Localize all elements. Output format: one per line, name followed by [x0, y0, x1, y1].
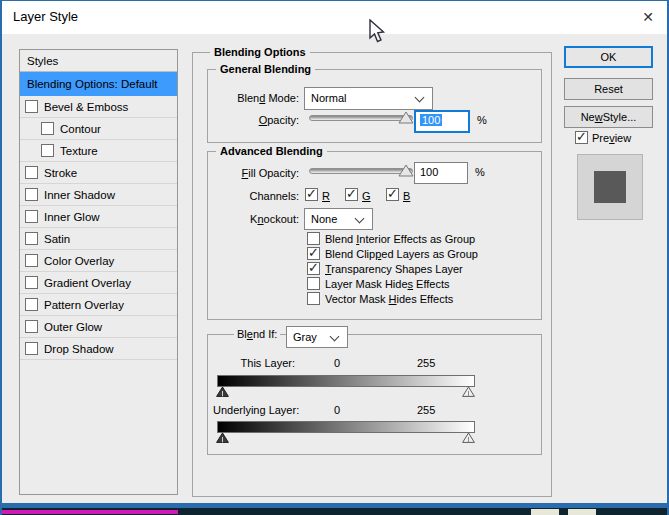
- sidebar-item-bevel-emboss[interactable]: Bevel & Emboss: [20, 96, 177, 118]
- close-button[interactable]: ✕: [633, 5, 663, 29]
- channel-r-checkbox[interactable]: [305, 188, 318, 201]
- opacity-unit: %: [477, 114, 487, 126]
- underlying-layer-gradient-bar: [217, 421, 475, 433]
- background-tab: [531, 509, 559, 515]
- this-layer-white-marker[interactable]: [462, 387, 475, 397]
- layer-mask-hides-checkbox[interactable]: [307, 277, 320, 290]
- background-bleed: [2, 508, 669, 515]
- transparency-shapes-checkbox[interactable]: [307, 262, 320, 275]
- channel-b-checkbox[interactable]: [386, 188, 399, 201]
- inner-shadow-checkbox[interactable]: [25, 188, 38, 201]
- blend-if-group: [207, 334, 542, 455]
- underlying-layer-white-marker[interactable]: [462, 433, 475, 443]
- fill-opacity-slider-thumb[interactable]: [398, 164, 414, 177]
- transparency-shapes-label: Transparency Shapes Layer: [325, 263, 463, 275]
- preview-label: Preview: [592, 132, 631, 144]
- sidebar-item-pattern-overlay[interactable]: Pattern Overlay: [20, 294, 177, 316]
- blend-if-dropdown[interactable]: Gray: [286, 326, 348, 348]
- panel-title: Blending Options: [210, 46, 310, 58]
- sidebar-item-label: Drop Shadow: [44, 343, 114, 355]
- chevron-down-icon: [415, 93, 425, 103]
- sidebar-item-inner-glow[interactable]: Inner Glow: [20, 206, 177, 228]
- sidebar-item-label: Stroke: [44, 167, 77, 179]
- sidebar-item-gradient-overlay[interactable]: Gradient Overlay: [20, 272, 177, 294]
- color-overlay-checkbox[interactable]: [25, 254, 38, 267]
- reset-button[interactable]: Reset: [564, 78, 653, 100]
- mouse-cursor: [368, 19, 386, 45]
- channel-g-label: G: [362, 190, 371, 202]
- pattern-overlay-checkbox[interactable]: [25, 298, 38, 311]
- drop-shadow-checkbox[interactable]: [25, 342, 38, 355]
- opacity-slider-thumb[interactable]: [398, 111, 414, 124]
- layer-mask-hides-label: Layer Mask Hides Effects: [325, 278, 450, 290]
- preview-swatch: [577, 154, 643, 220]
- titlebar[interactable]: Layer Style ✕: [2, 1, 667, 34]
- styles-list-empty-area: [20, 360, 177, 494]
- sidebar-item-drop-shadow[interactable]: Drop Shadow: [20, 338, 177, 360]
- satin-checkbox[interactable]: [25, 232, 38, 245]
- sidebar-item-label: Bevel & Emboss: [44, 101, 128, 113]
- blend-clipped-checkbox[interactable]: [307, 247, 320, 260]
- sidebar-item-label: Outer Glow: [44, 321, 102, 333]
- sidebar-item-label: Texture: [60, 145, 98, 157]
- fill-opacity-label: Fill Opacity:: [214, 167, 299, 179]
- sidebar-item-color-overlay[interactable]: Color Overlay: [20, 250, 177, 272]
- sidebar-item-label: Gradient Overlay: [44, 277, 131, 289]
- layer-style-dialog: Layer Style ✕ Styles Blending Options: D…: [0, 0, 669, 515]
- sidebar-item-stroke[interactable]: Stroke: [20, 162, 177, 184]
- knockout-label: Knockout:: [214, 213, 299, 225]
- channel-g-checkbox[interactable]: [345, 188, 358, 201]
- underlying-layer-label: Underlying Layer:: [213, 404, 297, 416]
- gradient-overlay-checkbox[interactable]: [25, 276, 38, 289]
- inner-glow-checkbox[interactable]: [25, 210, 38, 223]
- this-layer-black-marker[interactable]: [216, 387, 229, 397]
- this-layer-max: 255: [417, 357, 435, 369]
- sidebar-item-outer-glow[interactable]: Outer Glow: [20, 316, 177, 338]
- background-tab: [568, 509, 596, 515]
- opacity-value: 100: [420, 114, 442, 126]
- fill-opacity-unit: %: [475, 166, 485, 178]
- underlying-layer-black-marker[interactable]: [216, 433, 229, 443]
- opacity-label: Opacity:: [222, 114, 299, 126]
- fill-opacity-input[interactable]: 100: [414, 162, 468, 184]
- this-layer-label: This Layer:: [215, 357, 295, 369]
- sidebar-item-label: Inner Shadow: [44, 189, 115, 201]
- stroke-checkbox[interactable]: [25, 166, 38, 179]
- blend-clipped-label: Blend Clipped Layers as Group: [325, 248, 478, 260]
- blend-mode-dropdown[interactable]: Normal: [304, 87, 433, 110]
- sidebar-item-blending-options[interactable]: Blending Options: Default: [20, 72, 177, 96]
- sidebar-item-satin[interactable]: Satin: [20, 228, 177, 250]
- preview-swatch-inner: [594, 171, 626, 203]
- opacity-input[interactable]: 100: [414, 110, 470, 133]
- preview-checkbox[interactable]: [575, 131, 588, 144]
- styles-header-label: Styles: [27, 55, 58, 67]
- this-layer-min: 0: [334, 357, 340, 369]
- underlying-layer-min: 0: [334, 404, 340, 416]
- sidebar-item-label: Pattern Overlay: [44, 299, 124, 311]
- blend-interior-checkbox[interactable]: [307, 232, 320, 245]
- vector-mask-hides-checkbox[interactable]: [307, 292, 320, 305]
- knockout-value: None: [311, 213, 337, 225]
- sidebar-item-texture[interactable]: Texture: [20, 140, 177, 162]
- sidebar-item-label: Blending Options: Default: [27, 78, 157, 90]
- blend-mode-value: Normal: [311, 92, 346, 104]
- sidebar-item-label: Color Overlay: [44, 255, 114, 267]
- contour-checkbox[interactable]: [41, 122, 54, 135]
- sidebar-item-label: Satin: [44, 233, 70, 245]
- general-blending-title: General Blending: [216, 63, 315, 75]
- blend-interior-label: Blend Interior Effects as Group: [325, 233, 475, 245]
- new-style-button[interactable]: New Style...: [564, 106, 653, 128]
- knockout-dropdown[interactable]: None: [304, 208, 373, 230]
- sidebar-item-contour[interactable]: Contour: [20, 118, 177, 140]
- ok-button[interactable]: OK: [564, 46, 653, 68]
- this-layer-gradient-bar: [217, 375, 475, 387]
- bevel-emboss-checkbox[interactable]: [25, 100, 38, 113]
- texture-checkbox[interactable]: [41, 144, 54, 157]
- channel-b-label: B: [403, 190, 410, 202]
- blend-if-value: Gray: [293, 331, 317, 343]
- underlying-layer-max: 255: [417, 404, 435, 416]
- sidebar-item-inner-shadow[interactable]: Inner Shadow: [20, 184, 177, 206]
- channels-label: Channels:: [214, 190, 299, 202]
- sidebar-item-label: Contour: [60, 123, 101, 135]
- outer-glow-checkbox[interactable]: [25, 320, 38, 333]
